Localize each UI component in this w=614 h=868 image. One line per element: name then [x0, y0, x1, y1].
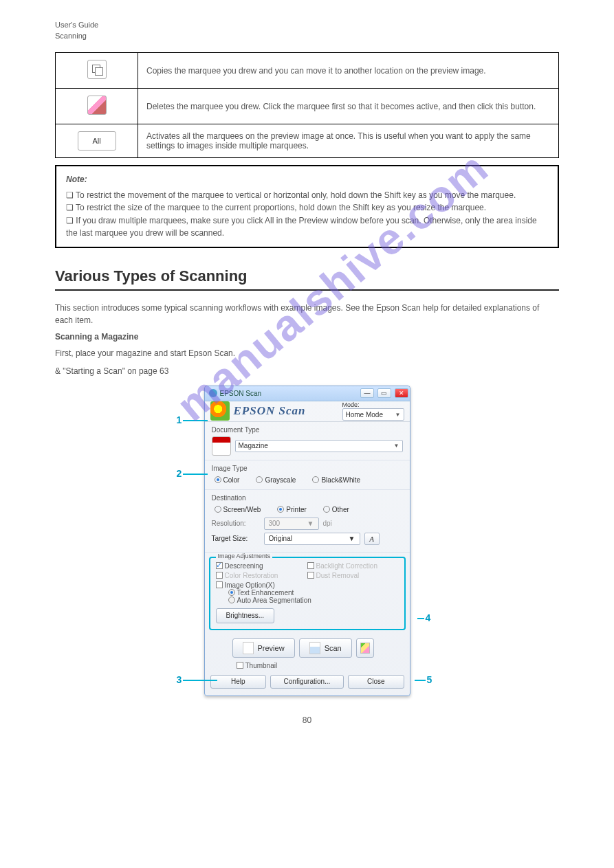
- note-box: Note: ❏ To restrict the movement of the …: [55, 165, 559, 248]
- image-adjustments-title: Image Adjustments: [216, 553, 273, 559]
- note-line1: ❏ To restrict the movement of the marque…: [66, 189, 548, 202]
- cb-image-option[interactable]: Image Option(X): [216, 581, 307, 589]
- callout-1: 1: [177, 414, 210, 425]
- radio-grayscale[interactable]: Grayscale: [256, 476, 296, 484]
- bottom-row: Help Configuration... Close: [205, 672, 410, 695]
- window-title: EPSON Scan: [220, 390, 359, 397]
- close-dialog-button[interactable]: Close: [348, 675, 404, 689]
- callout-4: 4: [416, 612, 431, 623]
- resolution-unit: dpi: [323, 520, 332, 527]
- thumbnail-checkbox[interactable]: [237, 662, 243, 669]
- icon-row2-text: Deletes the marquee you drew. Click the …: [138, 89, 559, 124]
- note-label: Note:: [66, 173, 548, 186]
- document-type-group: Document Type Magazine▼: [205, 422, 410, 460]
- image-type-label: Image Type: [212, 465, 403, 472]
- scan-button[interactable]: Scan: [299, 638, 352, 658]
- radio-screen[interactable]: Screen/Web: [215, 506, 261, 513]
- all-button-icon: All: [78, 131, 116, 151]
- page-header-section: Scanning: [55, 32, 559, 40]
- brightness-button[interactable]: Brightness...: [216, 608, 275, 623]
- doc-type-select[interactable]: Magazine▼: [235, 440, 403, 452]
- cb-dust-removal: Dust Removal: [307, 572, 399, 579]
- resolution-label: Resolution:: [212, 520, 260, 527]
- subsection-label: Scanning a Magazine: [55, 332, 559, 342]
- preview-button[interactable]: Preview: [232, 638, 295, 658]
- page-number: 80: [55, 715, 559, 725]
- subsection-paragraph: First, place your magazine and start Eps…: [55, 347, 559, 359]
- maximize-button[interactable]: ▭: [377, 388, 391, 398]
- brand-logo: EPSON Scan: [234, 404, 342, 418]
- thumbnail-label: Thumbnail: [245, 662, 278, 669]
- delete-marquee-icon: [87, 96, 107, 115]
- radio-other[interactable]: Other: [323, 506, 349, 513]
- image-type-group: Image Type Color Grayscale Black&White: [205, 460, 410, 490]
- icon-row1-text: Copies the marquee you drew and you can …: [138, 53, 559, 89]
- doc-type-label: Document Type: [212, 426, 403, 434]
- destination-label: Destination: [212, 494, 403, 502]
- heading-rule: [55, 289, 559, 291]
- resolution-select[interactable]: 300▼: [264, 518, 319, 530]
- radio-color[interactable]: Color: [215, 476, 240, 484]
- note-line2: ❏ To restrict the size of the marquee to…: [66, 201, 548, 214]
- cb-backlight: Backlight Correction: [307, 562, 399, 570]
- destination-group: Destination Screen/Web Printer Other Res…: [205, 490, 410, 553]
- icon-table: Copies the marquee you drew and you can …: [55, 52, 559, 158]
- mode-select[interactable]: Home Mode▼: [342, 408, 404, 421]
- scanner-icon: [309, 642, 320, 654]
- copy-marquee-icon: [87, 60, 107, 79]
- callout-5: 5: [413, 674, 432, 685]
- preview-scan-row: Preview Scan: [205, 634, 410, 662]
- intro-paragraph: This section introduces some typical sca…: [55, 302, 559, 326]
- mode-label: Mode:: [342, 401, 360, 408]
- cb-color-restoration: Color Restoration: [216, 572, 307, 579]
- xref-link[interactable]: & "Starting a Scan" on page 63: [55, 365, 559, 377]
- page-header-title: User's Guide: [55, 21, 559, 29]
- callout-3: 3: [177, 674, 219, 685]
- epson-scan-window: EPSON Scan — ▭ ✕ EPSON Scan Mode: Home M…: [204, 386, 410, 696]
- radio-text-enhancement: Text Enhancement: [228, 589, 399, 597]
- note-line3: ❏ If you draw multiple marquees, make su…: [66, 214, 548, 240]
- minimize-button[interactable]: —: [360, 388, 374, 398]
- target-size-select[interactable]: Original▼: [264, 533, 360, 545]
- flower-icon: [210, 401, 230, 421]
- file-save-settings-button[interactable]: [356, 638, 374, 658]
- folder-icon: [360, 643, 370, 654]
- section-heading: Various Types of Scanning: [55, 267, 559, 285]
- target-size-label: Target Size:: [212, 535, 260, 542]
- window-titlebar[interactable]: EPSON Scan — ▭ ✕: [205, 386, 410, 401]
- image-adjustments-group: Image Adjustments Descreening Color Rest…: [209, 557, 406, 630]
- brand-row: EPSON Scan Mode: Home Mode▼: [205, 401, 410, 422]
- doc-thumb-icon: [212, 436, 231, 456]
- cb-descreening[interactable]: Descreening: [216, 562, 307, 570]
- callout-2: 2: [177, 468, 210, 479]
- app-icon: [209, 389, 217, 397]
- radio-bw[interactable]: Black&White: [312, 476, 360, 484]
- configuration-button[interactable]: Configuration...: [270, 675, 344, 689]
- orientation-button[interactable]: A: [364, 533, 380, 545]
- icon-row3-text: Activates all the marquees on the previe…: [138, 124, 559, 158]
- radio-auto-area: Auto Area Segmentation: [228, 597, 399, 604]
- page-icon: [243, 642, 254, 654]
- close-button[interactable]: ✕: [395, 388, 408, 398]
- radio-printer[interactable]: Printer: [277, 506, 306, 513]
